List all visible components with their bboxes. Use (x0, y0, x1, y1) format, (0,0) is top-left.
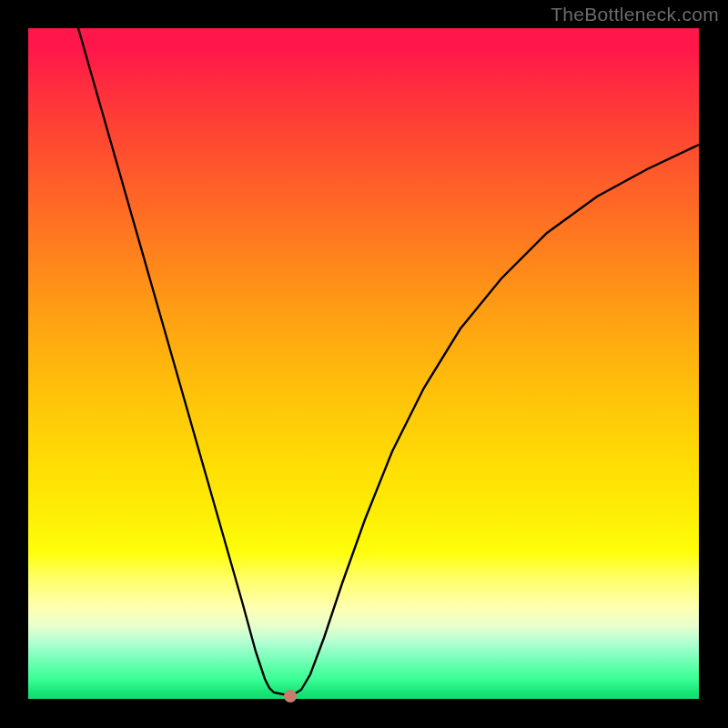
watermark-text: TheBottleneck.com (551, 4, 719, 25)
optimal-point-marker (284, 690, 297, 703)
gradient-plot-background (28, 28, 699, 699)
